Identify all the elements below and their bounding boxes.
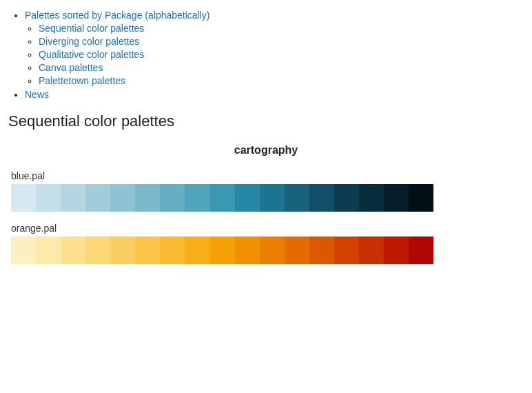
swatch-0-1-11: [285, 236, 309, 264]
swatch-0-0-11: [285, 184, 309, 212]
palette-group-title-0: cartography: [11, 144, 521, 157]
nav-sub-link-4[interactable]: Palettetown palettes: [39, 75, 125, 86]
swatch-0-1-12: [309, 236, 334, 264]
swatch-0-0-3: [85, 184, 110, 212]
swatch-0-0-12: [309, 184, 334, 212]
swatch-0-0-6: [160, 184, 185, 212]
swatch-0-1-3: [85, 236, 110, 264]
nav-bottom-link[interactable]: News: [25, 89, 49, 100]
palette-item-0-1: orange.pal: [11, 223, 521, 264]
nav-sub-item-3: Canva palettes: [39, 62, 521, 73]
swatch-0-0-8: [210, 184, 235, 212]
swatch-0-0-16: [409, 184, 433, 212]
palette-label-0-0: blue.pal: [11, 170, 521, 181]
nav-list: Palettes sorted by Package (alphabetical…: [11, 10, 521, 100]
nav-sub-list: Sequential color palettes Diverging colo…: [25, 23, 521, 86]
palette-group-0: cartographyblue.palorange.pal: [11, 144, 521, 264]
swatch-0-1-4: [110, 236, 135, 264]
nav-sub-link-3[interactable]: Canva palettes: [39, 62, 103, 73]
swatch-0-1-15: [384, 236, 409, 264]
color-strip-0-0: [11, 184, 433, 212]
swatch-0-1-9: [235, 236, 260, 264]
nav-bottom-item: News: [25, 89, 521, 100]
swatch-0-1-10: [260, 236, 285, 264]
swatch-0-0-13: [334, 184, 359, 212]
swatch-0-0-15: [384, 184, 409, 212]
palette-label-0-1: orange.pal: [11, 223, 521, 234]
swatch-0-0-2: [61, 184, 85, 212]
swatch-0-0-4: [110, 184, 135, 212]
swatch-0-1-13: [334, 236, 359, 264]
swatch-0-0-7: [185, 184, 209, 212]
nav-sub-item-0: Sequential color palettes: [39, 23, 521, 34]
swatch-0-1-7: [185, 236, 209, 264]
swatch-0-1-8: [210, 236, 235, 264]
section-heading: Sequential color palettes: [8, 112, 521, 130]
color-strip-0-1: [11, 236, 433, 264]
swatch-0-1-14: [359, 236, 384, 264]
nav-sub-link-2[interactable]: Qualitative color palettes: [39, 49, 144, 60]
swatch-0-0-9: [235, 184, 260, 212]
swatch-0-1-5: [135, 236, 160, 264]
nav-sub-item-4: Palettetown palettes: [39, 75, 521, 86]
nav-top-item: Palettes sorted by Package (alphabetical…: [25, 10, 521, 86]
nav-sub-link-0[interactable]: Sequential color palettes: [39, 23, 144, 34]
swatch-0-1-6: [160, 236, 185, 264]
swatch-0-1-2: [61, 236, 85, 264]
nav-sub-item-1: Diverging color palettes: [39, 36, 521, 47]
nav-top-link[interactable]: Palettes sorted by Package (alphabetical…: [25, 10, 209, 21]
swatch-0-0-10: [260, 184, 285, 212]
swatch-0-0-14: [359, 184, 384, 212]
swatch-0-0-1: [36, 184, 61, 212]
swatch-0-0-0: [11, 184, 36, 212]
swatch-0-1-0: [11, 236, 36, 264]
palette-item-0-0: blue.pal: [11, 170, 521, 212]
swatch-0-1-1: [36, 236, 61, 264]
swatch-0-1-16: [409, 236, 433, 264]
palette-groups-container: cartographyblue.palorange.pal: [11, 144, 521, 264]
nav-sub-item-2: Qualitative color palettes: [39, 49, 521, 60]
swatch-0-0-5: [135, 184, 160, 212]
nav-sub-link-1[interactable]: Diverging color palettes: [39, 36, 139, 47]
